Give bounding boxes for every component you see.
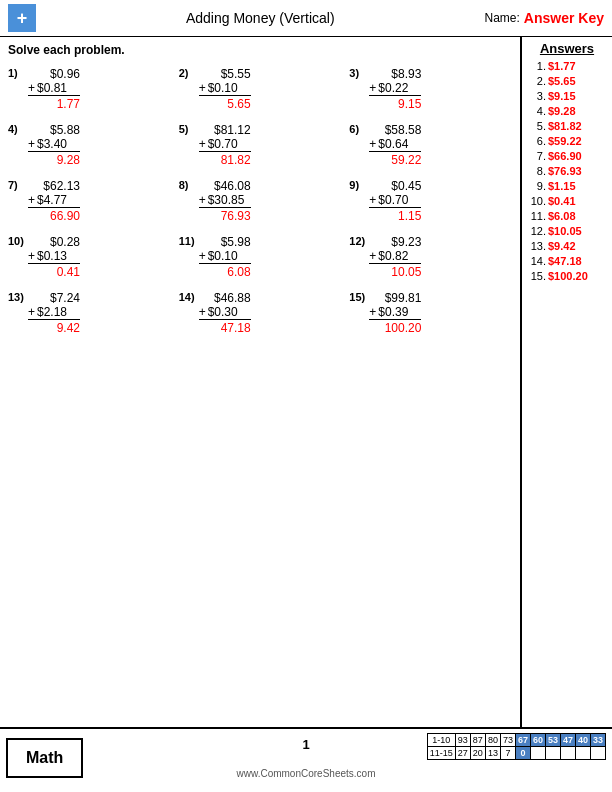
problem-number: 5) bbox=[179, 123, 199, 135]
addend-top: $7.24 bbox=[28, 291, 80, 305]
addend-top: $5.98 bbox=[199, 235, 251, 249]
problem-number: 13) bbox=[8, 291, 28, 303]
addend-bottom: +$0.81 bbox=[28, 81, 80, 95]
instruction: Solve each problem. bbox=[8, 43, 512, 57]
answer: 5.65 bbox=[199, 95, 251, 111]
problem-4: 4) $5.88 +$3.40 9.28 bbox=[8, 119, 171, 171]
problem-9: 9) $0.45 +$0.70 1.15 bbox=[349, 175, 512, 227]
answer-item-15: 15.$100.20 bbox=[528, 270, 606, 282]
name-label: Name: bbox=[485, 11, 520, 25]
addend-top: $62.13 bbox=[28, 179, 80, 193]
footer: Math 1 www.CommonCoreSheets.com 1-109387… bbox=[0, 727, 612, 787]
problem-3: 3) $8.93 +$0.22 9.15 bbox=[349, 63, 512, 115]
problem-2: 2) $5.55 +$0.10 5.65 bbox=[179, 63, 342, 115]
header: + Adding Money (Vertical) Name: Answer K… bbox=[0, 0, 612, 37]
problem-number: 6) bbox=[349, 123, 369, 135]
addend-bottom: +$0.10 bbox=[199, 249, 251, 263]
problem-number: 3) bbox=[349, 67, 369, 79]
addend-top: $0.96 bbox=[28, 67, 80, 81]
answer: 9.15 bbox=[369, 95, 421, 111]
answer-item-1: 1.$1.77 bbox=[528, 60, 606, 72]
addend-top: $99.81 bbox=[369, 291, 421, 305]
answer-item-3: 3.$9.15 bbox=[528, 90, 606, 102]
addend-bottom: +$0.30 bbox=[199, 305, 251, 319]
main-content: Solve each problem. 1) $0.96 +$0.81 1.77… bbox=[0, 37, 612, 727]
footer-url: www.CommonCoreSheets.com bbox=[237, 768, 376, 779]
answer: 6.08 bbox=[199, 263, 251, 279]
addend-top: $81.12 bbox=[199, 123, 251, 137]
problem-12: 12) $9.23 +$0.82 10.05 bbox=[349, 231, 512, 283]
problems-area: Solve each problem. 1) $0.96 +$0.81 1.77… bbox=[0, 37, 522, 727]
addend-top: $5.88 bbox=[28, 123, 80, 137]
answer-item-13: 13.$9.42 bbox=[528, 240, 606, 252]
answer-key-label: Answer Key bbox=[524, 10, 604, 26]
problem-6: 6) $58.58 +$0.64 59.22 bbox=[349, 119, 512, 171]
answer: 47.18 bbox=[199, 319, 251, 335]
addend-top: $46.88 bbox=[199, 291, 251, 305]
problem-number: 7) bbox=[8, 179, 28, 191]
answer: 81.82 bbox=[199, 151, 251, 167]
problem-number: 12) bbox=[349, 235, 369, 247]
addend-bottom: +$30.85 bbox=[199, 193, 251, 207]
math-label: Math bbox=[6, 738, 83, 778]
addend-bottom: +$0.64 bbox=[369, 137, 421, 151]
problem-10: 10) $0.28 +$0.13 0.41 bbox=[8, 231, 171, 283]
addend-top: $0.28 bbox=[28, 235, 80, 249]
answer-item-2: 2.$5.65 bbox=[528, 75, 606, 87]
addend-bottom: +$0.22 bbox=[369, 81, 421, 95]
problem-11: 11) $5.98 +$0.10 6.08 bbox=[179, 231, 342, 283]
addend-bottom: +$3.40 bbox=[28, 137, 80, 151]
page-title: Adding Money (Vertical) bbox=[36, 10, 485, 26]
addend-bottom: +$0.39 bbox=[369, 305, 421, 319]
addend-top: $5.55 bbox=[199, 67, 251, 81]
answer: 59.22 bbox=[369, 151, 421, 167]
answer-item-9: 9.$1.15 bbox=[528, 180, 606, 192]
problems-grid: 1) $0.96 +$0.81 1.77 2) $5.55 +$0.10 5 bbox=[8, 63, 512, 339]
problem-5: 5) $81.12 +$0.70 81.82 bbox=[179, 119, 342, 171]
answer-item-14: 14.$47.18 bbox=[528, 255, 606, 267]
problem-number: 15) bbox=[349, 291, 369, 303]
addend-top: $58.58 bbox=[369, 123, 421, 137]
answer-item-6: 6.$59.22 bbox=[528, 135, 606, 147]
addend-top: $9.23 bbox=[369, 235, 421, 249]
logo-icon: + bbox=[8, 4, 36, 32]
addend-bottom: +$0.82 bbox=[369, 249, 421, 263]
page-number: 1 bbox=[302, 737, 309, 752]
problem-number: 8) bbox=[179, 179, 199, 191]
addend-bottom: +$0.13 bbox=[28, 249, 80, 263]
answer-item-4: 4.$9.28 bbox=[528, 105, 606, 117]
problem-15: 15) $99.81 +$0.39 100.20 bbox=[349, 287, 512, 339]
problem-14: 14) $46.88 +$0.30 47.18 bbox=[179, 287, 342, 339]
answer: 76.93 bbox=[199, 207, 251, 223]
problem-number: 14) bbox=[179, 291, 199, 303]
problem-number: 4) bbox=[8, 123, 28, 135]
problem-1: 1) $0.96 +$0.81 1.77 bbox=[8, 63, 171, 115]
answers-heading: Answers bbox=[528, 41, 606, 56]
problem-number: 9) bbox=[349, 179, 369, 191]
answer: 1.15 bbox=[369, 207, 421, 223]
answer-item-5: 5.$81.82 bbox=[528, 120, 606, 132]
problem-8: 8) $46.08 +$30.85 76.93 bbox=[179, 175, 342, 227]
addend-bottom: +$2.18 bbox=[28, 305, 80, 319]
answer: 1.77 bbox=[28, 95, 80, 111]
addend-bottom: +$4.77 bbox=[28, 193, 80, 207]
answer: 9.42 bbox=[28, 319, 80, 335]
addend-bottom: +$0.70 bbox=[369, 193, 421, 207]
problem-number: 11) bbox=[179, 235, 199, 247]
answer-item-7: 7.$66.90 bbox=[528, 150, 606, 162]
problem-7: 7) $62.13 +$4.77 66.90 bbox=[8, 175, 171, 227]
problem-number: 2) bbox=[179, 67, 199, 79]
answer: 9.28 bbox=[28, 151, 80, 167]
footer-stats: 1-1093878073 676053474033 11-152720137 0 bbox=[427, 733, 606, 760]
addend-bottom: +$0.10 bbox=[199, 81, 251, 95]
answer-item-11: 11.$6.08 bbox=[528, 210, 606, 222]
answer: 10.05 bbox=[369, 263, 421, 279]
addend-top: $0.45 bbox=[369, 179, 421, 193]
addend-top: $46.08 bbox=[199, 179, 251, 193]
answer: 0.41 bbox=[28, 263, 80, 279]
answer: 100.20 bbox=[369, 319, 421, 335]
addend-bottom: +$0.70 bbox=[199, 137, 251, 151]
addend-top: $8.93 bbox=[369, 67, 421, 81]
answer-item-10: 10.$0.41 bbox=[528, 195, 606, 207]
problem-number: 1) bbox=[8, 67, 28, 79]
